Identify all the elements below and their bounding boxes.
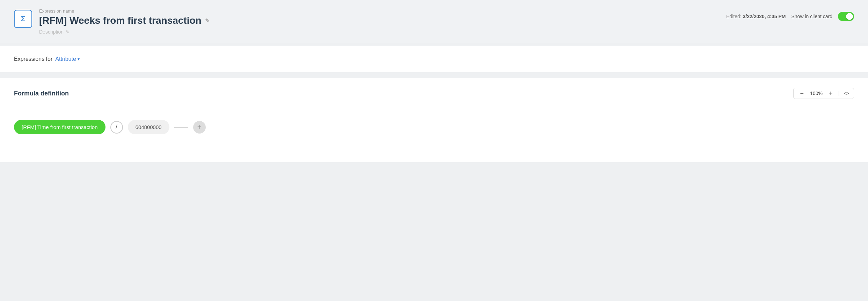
attribute-label: Attribute (55, 56, 76, 62)
formula-section: Formula definition − 100% + | <> [RFM] T… (0, 78, 868, 162)
zoom-minus-button[interactable]: − (798, 90, 805, 96)
description-row: Description ✎ (39, 29, 210, 35)
expression-title-text: [RFM] Weeks from first transaction (39, 15, 202, 26)
expression-name-label: Expression name (39, 8, 210, 14)
header-right: Edited: 3/22/2020, 4:35 PM Show in clien… (726, 12, 854, 21)
sigma-icon: Σ (21, 14, 25, 23)
gap-2 (0, 72, 868, 75)
attribute-dropdown[interactable]: Attribute ▾ (55, 56, 80, 62)
edited-date: 3/22/2020, 4:35 PM (743, 14, 786, 19)
description-edit-icon[interactable]: ✎ (66, 29, 70, 35)
title-edit-icon[interactable]: ✎ (205, 17, 210, 24)
formula-canvas: [RFM] Time from first transaction / 6048… (14, 113, 854, 141)
zoom-divider: | (838, 90, 839, 96)
edited-timestamp: Edited: 3/22/2020, 4:35 PM (726, 14, 786, 19)
expressions-for-section: Expressions for Attribute ▾ (0, 46, 868, 72)
gap-1 (0, 43, 868, 46)
header-left: Σ Expression name [RFM] Weeks from first… (14, 8, 210, 35)
show-in-client-label: Show in client card (791, 14, 832, 19)
connector-line (174, 127, 188, 128)
zoom-level: 100% (809, 91, 823, 96)
description-label: Description (39, 29, 64, 35)
formula-pill-light[interactable]: 604800000 (128, 120, 169, 134)
expressions-for-label: Expressions for (14, 56, 52, 62)
formula-pill-green[interactable]: [RFM] Time from first transaction (14, 120, 105, 134)
header-section: Σ Expression name [RFM] Weeks from first… (0, 0, 868, 43)
show-in-client-toggle[interactable] (838, 12, 854, 21)
toggle-slider (838, 12, 854, 21)
code-view-icon[interactable]: <> (844, 91, 849, 96)
formula-title: Formula definition (14, 90, 69, 97)
expression-title-row: [RFM] Weeks from first transaction ✎ (39, 15, 210, 26)
operator-circle[interactable]: / (110, 121, 123, 134)
zoom-controls: − 100% + | <> (793, 88, 854, 99)
formula-header: Formula definition − 100% + | <> (14, 88, 854, 99)
expression-icon-box: Σ (14, 10, 32, 28)
header-text: Expression name [RFM] Weeks from first t… (39, 8, 210, 35)
add-node-button[interactable]: + (193, 121, 206, 134)
zoom-plus-button[interactable]: + (827, 90, 834, 96)
chevron-down-icon: ▾ (78, 57, 80, 62)
